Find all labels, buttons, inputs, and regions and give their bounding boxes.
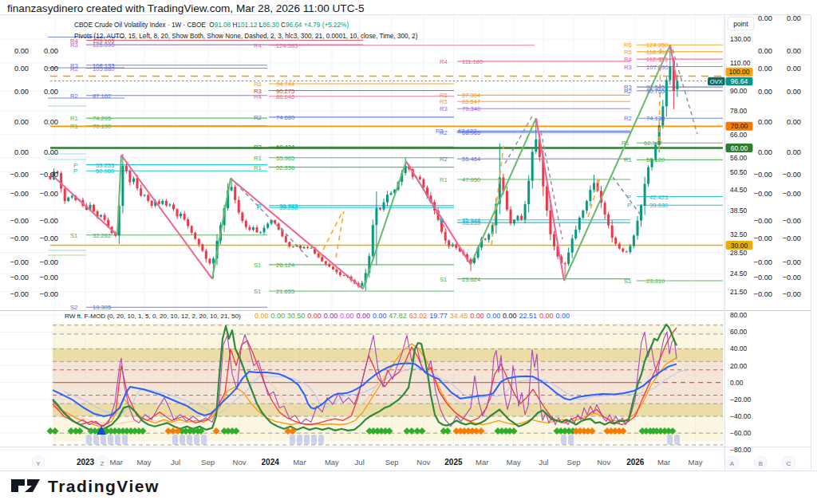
svg-text:Sep: Sep [567, 458, 581, 467]
svg-text:55.120: 55.120 [646, 156, 665, 163]
svg-text:111.180: 111.180 [462, 58, 483, 65]
svg-text:−0.00: −0.00 [753, 290, 772, 298]
svg-text:R2: R2 [254, 114, 262, 121]
svg-text:R4: R4 [254, 93, 262, 100]
svg-text:23.310: 23.310 [646, 278, 665, 285]
svg-text:39.258: 39.258 [279, 204, 298, 211]
svg-text:−0.00: −0.00 [39, 234, 58, 242]
svg-text:74.205: 74.205 [93, 115, 111, 122]
svg-text:28.50: 28.50 [730, 249, 748, 257]
svg-text:23.624: 23.624 [462, 276, 480, 283]
svg-text:30.50: 30.50 [287, 312, 306, 320]
svg-text:S1: S1 [440, 276, 447, 283]
svg-text:55.965: 55.965 [276, 155, 294, 162]
svg-text:0.00: 0.00 [324, 312, 338, 320]
svg-text:Nov: Nov [233, 458, 247, 467]
svg-text:−0.00: −0.00 [10, 171, 29, 179]
svg-text:90.00: 90.00 [730, 87, 748, 95]
svg-text:105.880: 105.880 [93, 65, 114, 73]
svg-text:39.930: 39.930 [649, 202, 668, 209]
svg-text:May: May [137, 458, 152, 467]
svg-text:0.00: 0.00 [255, 312, 269, 320]
svg-text:Sep: Sep [385, 458, 399, 467]
svg-text:66.965: 66.965 [462, 129, 480, 136]
svg-text:−60.00: −60.00 [730, 429, 752, 437]
svg-text:0.00: 0.00 [14, 88, 29, 96]
svg-text:−0.00: −0.00 [39, 274, 58, 282]
svg-text:52.336: 52.336 [276, 164, 294, 171]
svg-text:55.464: 55.464 [462, 156, 480, 163]
svg-text:−0.00: −0.00 [782, 290, 801, 298]
svg-text:0.00: 0.00 [340, 312, 354, 320]
svg-text:38.50: 38.50 [730, 207, 748, 215]
svg-text:−0.00: −0.00 [39, 217, 58, 225]
svg-text:0.00: 0.00 [787, 118, 801, 126]
svg-text:0.00: 0.00 [373, 312, 387, 320]
svg-text:−0.00: −0.00 [39, 171, 58, 179]
svg-text:S1: S1 [254, 262, 261, 269]
svg-text:−80.00: −80.00 [730, 446, 752, 454]
svg-text:107.090: 107.090 [646, 64, 668, 71]
svg-text:R1: R1 [70, 123, 78, 130]
svg-text:0.00: 0.00 [357, 312, 371, 320]
svg-text:2026: 2026 [626, 458, 645, 467]
svg-text:74.138: 74.138 [646, 115, 665, 122]
svg-text:R3: R3 [624, 64, 632, 71]
svg-text:87.162: 87.162 [93, 93, 111, 100]
svg-text:R1: R1 [70, 115, 78, 122]
svg-text:−0.00: −0.00 [39, 190, 58, 198]
svg-text:Z: Z [101, 460, 105, 467]
svg-text:R1: R1 [622, 140, 630, 147]
svg-text:0.00: 0.00 [758, 148, 772, 156]
svg-text:RW ft. F-MOD (0, 20, 10, 1, 5,: RW ft. F-MOD (0, 20, 10, 1, 5, 0, 20, 10… [65, 313, 241, 320]
svg-text:R3: R3 [440, 105, 448, 112]
svg-text:78.00: 78.00 [730, 107, 748, 115]
svg-text:0.00: 0.00 [44, 118, 58, 126]
svg-text:0.00: 0.00 [44, 148, 58, 156]
svg-text:C: C [787, 460, 791, 467]
svg-text:0.00: 0.00 [44, 65, 58, 73]
svg-text:0.00: 0.00 [307, 312, 322, 320]
svg-text:63.02: 63.02 [409, 312, 428, 320]
svg-text:point: point [733, 20, 748, 28]
svg-text:−0.00: −0.00 [10, 234, 29, 242]
svg-text:62.147: 62.147 [644, 140, 662, 147]
svg-text:80.00: 80.00 [730, 311, 748, 319]
svg-text:50.50: 50.50 [730, 168, 748, 176]
svg-text:47.950: 47.950 [462, 176, 480, 183]
svg-text:56.00: 56.00 [730, 154, 748, 162]
svg-text:Mar: Mar [657, 458, 670, 467]
svg-text:0.00: 0.00 [730, 379, 744, 387]
svg-text:−0.00: −0.00 [753, 234, 772, 242]
svg-text:2025: 2025 [444, 458, 463, 467]
svg-text:R2: R2 [70, 93, 78, 100]
svg-text:−20.00: −20.00 [730, 396, 752, 404]
svg-text:−0.00: −0.00 [782, 258, 801, 266]
svg-text:86.646: 86.646 [276, 93, 294, 100]
svg-text:74.680: 74.680 [276, 114, 294, 121]
svg-text:32.262: 32.262 [93, 232, 111, 239]
svg-text:0.00: 0.00 [758, 88, 772, 96]
svg-text:0.00: 0.00 [539, 312, 554, 320]
svg-text:50.980: 50.980 [96, 167, 114, 175]
svg-text:R1: R1 [254, 155, 262, 162]
svg-text:R2: R2 [70, 65, 78, 73]
svg-text:21.50: 21.50 [730, 288, 748, 296]
svg-text:0.00: 0.00 [14, 118, 29, 126]
svg-text:−0.00: −0.00 [10, 290, 29, 298]
svg-text:40.00: 40.00 [730, 345, 748, 352]
svg-text:112.953: 112.953 [646, 56, 668, 63]
svg-text:R4: R4 [440, 58, 448, 65]
svg-text:P: P [627, 194, 631, 201]
svg-text:0.00: 0.00 [787, 88, 801, 96]
svg-text:B: B [759, 460, 763, 467]
svg-text:0.00: 0.00 [503, 312, 517, 320]
svg-text:24.50: 24.50 [730, 270, 748, 278]
svg-text:Mar: Mar [293, 458, 306, 467]
svg-text:0.00: 0.00 [14, 148, 29, 156]
svg-text:−0.00: −0.00 [39, 258, 58, 266]
svg-text:−0.00: −0.00 [10, 190, 29, 198]
svg-text:−0.00: −0.00 [10, 274, 29, 282]
svg-text:0.00: 0.00 [487, 312, 501, 320]
svg-text:S1: S1 [624, 278, 631, 285]
